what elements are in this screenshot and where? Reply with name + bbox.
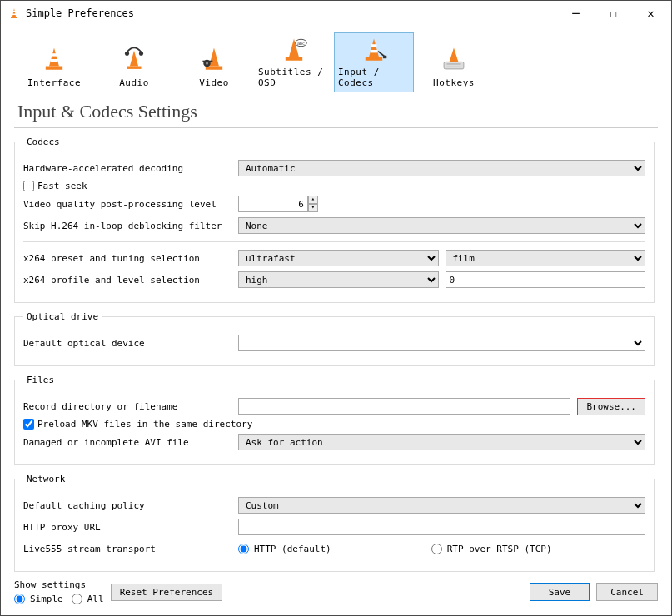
vq-spinner[interactable]	[238, 196, 308, 212]
cone-speech-icon: abc	[277, 35, 311, 65]
cone-plug-icon	[357, 35, 391, 65]
close-button[interactable]: ✕	[632, 2, 670, 25]
network-legend: Network	[23, 474, 68, 484]
svg-rect-28	[444, 62, 464, 69]
record-label: Record directory or filename	[23, 401, 238, 412]
svg-rect-9	[127, 67, 142, 69]
live555-label: Live555 stream transport	[23, 544, 238, 554]
skip264-select[interactable]: None	[238, 217, 645, 234]
svg-rect-23	[371, 44, 377, 47]
tab-hotkeys[interactable]: Hotkeys	[414, 32, 494, 92]
svg-marker-4	[49, 47, 59, 66]
live555-http-label: HTTP (default)	[254, 544, 331, 554]
svg-rect-22	[366, 57, 382, 61]
titlebar: Simple Preferences ─ ☐ ✕	[1, 1, 671, 26]
x264-preset-select[interactable]: ultrafast	[238, 250, 439, 266]
files-legend: Files	[23, 375, 57, 385]
hw-decode-label: Hardware-accelerated decoding	[23, 163, 238, 174]
svg-marker-27	[449, 47, 459, 63]
tab-label: Input / Codecs	[338, 67, 410, 88]
preload-mkv-label: Preload MKV files in the same directory	[37, 419, 252, 430]
x264-tune-select[interactable]: film	[446, 250, 646, 266]
caching-select[interactable]: Custom	[238, 497, 645, 514]
save-button[interactable]: Save	[530, 583, 590, 601]
record-input[interactable]	[238, 398, 570, 415]
tab-label: Hotkeys	[433, 77, 475, 88]
show-settings-all-label: All	[87, 594, 104, 604]
skip264-label: Skip H.264 in-loop deblocking filter	[23, 221, 238, 231]
svg-marker-12	[209, 47, 219, 66]
tab-label: Audio	[119, 77, 149, 88]
tab-audio[interactable]: Audio	[94, 32, 174, 92]
tab-label: Interface	[27, 77, 81, 88]
browse-button[interactable]: Browse...	[577, 398, 645, 415]
fast-seek-checkbox[interactable]	[23, 181, 34, 191]
x264-preset-label: x264 preset and tuning selection	[23, 253, 238, 264]
show-settings-simple-label: Simple	[30, 594, 63, 604]
hw-decode-select[interactable]: Automatic	[238, 160, 645, 176]
optical-device-label: Default optical device	[23, 338, 238, 349]
show-settings-all-radio[interactable]	[72, 594, 82, 604]
live555-rtp-label: RTP over RTSP (TCP)	[447, 544, 552, 554]
caching-label: Default caching policy	[23, 500, 238, 511]
minimize-button[interactable]: ─	[557, 2, 595, 25]
vlc-cone-icon	[7, 7, 21, 20]
codecs-legend: Codecs	[23, 137, 63, 147]
network-group: Network Default caching policy Custom HT…	[14, 474, 655, 572]
proxy-label: HTTP proxy URL	[23, 522, 238, 533]
svg-rect-24	[371, 50, 378, 52]
live555-http-radio[interactable]	[238, 544, 249, 554]
window-title: Simple Preferences	[26, 7, 557, 19]
svg-rect-5	[46, 67, 62, 70]
reset-preferences-button[interactable]: Reset Preferences	[111, 584, 223, 601]
optical-group: Optical drive Default optical device	[14, 311, 655, 366]
svg-rect-7	[51, 59, 58, 62]
optical-legend: Optical drive	[23, 311, 102, 322]
tab-interface[interactable]: Interface	[14, 32, 94, 92]
x264-profile-select[interactable]: high	[238, 271, 439, 288]
svg-point-15	[206, 62, 208, 64]
optical-device-select[interactable]	[238, 335, 645, 351]
damaged-avi-label: Damaged or incomplete AVI file	[23, 437, 238, 448]
damaged-avi-select[interactable]: Ask for action	[238, 434, 645, 450]
tab-label: Video	[199, 77, 229, 88]
svg-marker-8	[130, 51, 138, 67]
fast-seek-label: Fast seek	[37, 181, 87, 191]
cone-film-icon	[197, 42, 231, 76]
cone-keyboard-icon	[437, 42, 470, 76]
preferences-tabs: Interface Audio Video abc Subtitles / OS…	[14, 32, 658, 92]
proxy-input[interactable]	[238, 519, 645, 535]
svg-rect-26	[383, 56, 386, 58]
svg-rect-6	[52, 53, 57, 56]
files-group: Files Record directory or filename Brows…	[14, 375, 655, 465]
spinner-down[interactable]: ▾	[308, 204, 318, 212]
svg-rect-1	[11, 17, 17, 18]
preload-mkv-checkbox[interactable]	[23, 419, 34, 430]
vq-label: Video quality post-processing level	[23, 199, 238, 210]
svg-rect-2	[13, 11, 16, 12]
show-settings-simple-radio[interactable]	[14, 594, 25, 604]
svg-rect-16	[202, 61, 212, 62]
section-title: Input & Codecs Settings	[14, 96, 658, 128]
svg-point-10	[125, 52, 129, 56]
maximize-button[interactable]: ☐	[595, 2, 632, 25]
cone-interface-icon	[37, 42, 71, 76]
svg-marker-0	[12, 8, 16, 17]
live555-rtp-radio[interactable]	[431, 544, 442, 554]
svg-rect-18	[286, 57, 302, 61]
tab-label: Subtitles / OSD	[258, 67, 330, 88]
tab-video[interactable]: Video	[174, 32, 254, 92]
tab-subtitles[interactable]: abc Subtitles / OSD	[254, 32, 334, 92]
tab-input-codecs[interactable]: Input / Codecs	[334, 32, 414, 92]
svg-point-11	[139, 52, 143, 56]
spinner-up[interactable]: ▴	[308, 196, 318, 204]
show-settings-label: Show settings	[14, 579, 104, 590]
cancel-button[interactable]: Cancel	[596, 583, 658, 601]
x264-level-input[interactable]	[446, 271, 646, 288]
x264-profile-label: x264 profile and level selection	[23, 275, 238, 286]
cone-headphones-icon	[117, 42, 151, 76]
svg-marker-21	[369, 38, 379, 57]
codecs-group: Codecs Hardware-accelerated decoding Aut…	[14, 137, 655, 303]
svg-rect-3	[12, 14, 16, 16]
svg-text:abc: abc	[297, 41, 305, 46]
